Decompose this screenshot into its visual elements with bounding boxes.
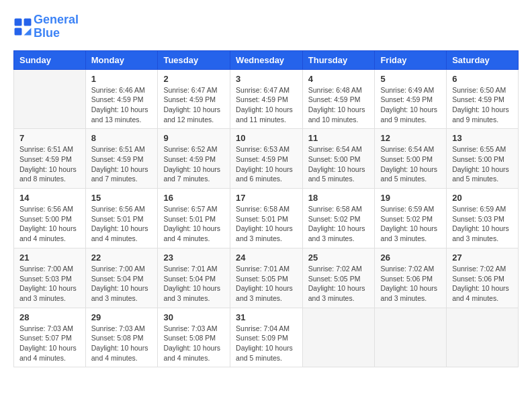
sunrise-label: Sunrise: 7:01 AM bbox=[163, 265, 217, 273]
daylight-label: Daylight: 10 hours and 9 minutes. bbox=[380, 105, 437, 124]
day-number: 16 bbox=[163, 193, 224, 203]
sunset-label: Sunset: 5:04 PM bbox=[91, 275, 144, 283]
daylight-label: Daylight: 10 hours and 4 minutes. bbox=[163, 344, 220, 362]
calendar-table: SundayMondayTuesdayWednesdayThursdayFrid… bbox=[13, 50, 519, 368]
day-info: Sunrise: 7:01 AM Sunset: 5:04 PM Dayligh… bbox=[163, 264, 224, 304]
sunrise-label: Sunrise: 6:54 AM bbox=[380, 145, 434, 153]
daylight-label: Daylight: 10 hours and 3 minutes. bbox=[308, 224, 365, 242]
daylight-label: Daylight: 10 hours and 6 minutes. bbox=[236, 165, 293, 183]
sunset-label: Sunset: 4:59 PM bbox=[163, 155, 216, 163]
sunset-label: Sunset: 4:59 PM bbox=[236, 155, 288, 163]
sunset-label: Sunset: 5:02 PM bbox=[308, 215, 361, 223]
calendar-week-row: 1 Sunrise: 6:46 AM Sunset: 4:59 PM Dayli… bbox=[14, 69, 519, 129]
day-number: 26 bbox=[380, 253, 441, 263]
sunset-label: Sunset: 5:01 PM bbox=[91, 215, 144, 223]
sunrise-label: Sunrise: 6:59 AM bbox=[452, 205, 506, 213]
day-info: Sunrise: 6:47 AM Sunset: 4:59 PM Dayligh… bbox=[236, 85, 297, 125]
daylight-label: Daylight: 10 hours and 11 minutes. bbox=[236, 105, 293, 124]
sunset-label: Sunset: 4:59 PM bbox=[163, 95, 216, 103]
day-info: Sunrise: 7:00 AM Sunset: 5:04 PM Dayligh… bbox=[91, 264, 152, 304]
calendar-cell: 5 Sunrise: 6:49 AM Sunset: 4:59 PM Dayli… bbox=[375, 69, 447, 129]
daylight-label: Daylight: 10 hours and 4 minutes. bbox=[91, 344, 148, 362]
calendar-cell: 13 Sunrise: 6:55 AM Sunset: 5:00 PM Dayl… bbox=[447, 129, 519, 189]
sunset-label: Sunset: 5:01 PM bbox=[163, 215, 216, 223]
day-info: Sunrise: 6:56 AM Sunset: 5:00 PM Dayligh… bbox=[19, 204, 80, 244]
daylight-label: Daylight: 10 hours and 10 minutes. bbox=[308, 105, 365, 124]
sunrise-label: Sunrise: 6:47 AM bbox=[163, 86, 217, 94]
sunrise-label: Sunrise: 6:53 AM bbox=[236, 145, 290, 153]
sunset-label: Sunset: 5:03 PM bbox=[19, 275, 72, 283]
day-number: 21 bbox=[19, 253, 80, 263]
day-info: Sunrise: 6:57 AM Sunset: 5:01 PM Dayligh… bbox=[163, 204, 224, 244]
calendar-week-row: 14 Sunrise: 6:56 AM Sunset: 5:00 PM Dayl… bbox=[14, 189, 519, 248]
calendar-cell: 11 Sunrise: 6:54 AM Sunset: 5:00 PM Dayl… bbox=[302, 129, 375, 189]
daylight-label: Daylight: 10 hours and 3 minutes. bbox=[19, 284, 77, 302]
day-number: 2 bbox=[163, 74, 224, 84]
day-number: 20 bbox=[452, 193, 513, 203]
sunset-label: Sunset: 5:02 PM bbox=[380, 215, 433, 223]
calendar-cell: 20 Sunrise: 6:59 AM Sunset: 5:03 PM Dayl… bbox=[447, 189, 519, 248]
sunset-label: Sunset: 5:05 PM bbox=[236, 275, 288, 283]
day-info: Sunrise: 7:03 AM Sunset: 5:08 PM Dayligh… bbox=[163, 324, 224, 363]
calendar-cell: 9 Sunrise: 6:52 AM Sunset: 4:59 PM Dayli… bbox=[158, 129, 230, 189]
sunset-label: Sunset: 5:05 PM bbox=[308, 275, 361, 283]
daylight-label: Daylight: 10 hours and 3 minutes. bbox=[380, 224, 437, 242]
calendar-cell: 16 Sunrise: 6:57 AM Sunset: 5:01 PM Dayl… bbox=[158, 189, 230, 248]
sunrise-label: Sunrise: 7:04 AM bbox=[236, 324, 290, 332]
daylight-label: Daylight: 10 hours and 13 minutes. bbox=[91, 105, 148, 124]
day-number: 9 bbox=[163, 133, 224, 143]
day-info: Sunrise: 6:49 AM Sunset: 4:59 PM Dayligh… bbox=[380, 85, 441, 125]
day-number: 27 bbox=[452, 253, 513, 263]
sunset-label: Sunset: 5:04 PM bbox=[163, 275, 216, 283]
day-info: Sunrise: 6:51 AM Sunset: 4:59 PM Dayligh… bbox=[19, 144, 80, 184]
day-number: 12 bbox=[380, 133, 441, 143]
logo: General Blue bbox=[13, 13, 79, 40]
day-number: 7 bbox=[19, 133, 80, 143]
calendar-cell: 28 Sunrise: 7:03 AM Sunset: 5:07 PM Dayl… bbox=[14, 308, 86, 367]
sunset-label: Sunset: 5:06 PM bbox=[452, 275, 504, 283]
sunrise-label: Sunrise: 6:51 AM bbox=[19, 145, 73, 153]
sunset-label: Sunset: 4:59 PM bbox=[19, 155, 72, 163]
calendar-cell: 21 Sunrise: 7:00 AM Sunset: 5:03 PM Dayl… bbox=[14, 248, 86, 308]
svg-rect-1 bbox=[24, 18, 32, 26]
sunrise-label: Sunrise: 6:58 AM bbox=[308, 205, 362, 213]
sunrise-label: Sunrise: 6:56 AM bbox=[91, 205, 145, 213]
weekday-header: Thursday bbox=[302, 50, 375, 69]
daylight-label: Daylight: 10 hours and 5 minutes. bbox=[380, 165, 437, 183]
calendar-cell: 30 Sunrise: 7:03 AM Sunset: 5:08 PM Dayl… bbox=[158, 308, 230, 367]
sunrise-label: Sunrise: 6:54 AM bbox=[308, 145, 362, 153]
day-number: 25 bbox=[308, 253, 369, 263]
logo-icon bbox=[13, 17, 32, 36]
daylight-label: Daylight: 10 hours and 9 minutes. bbox=[452, 105, 509, 124]
sunset-label: Sunset: 4:59 PM bbox=[452, 95, 504, 103]
calendar-cell: 12 Sunrise: 6:54 AM Sunset: 5:00 PM Dayl… bbox=[375, 129, 447, 189]
day-number: 8 bbox=[91, 133, 152, 143]
calendar-cell: 17 Sunrise: 6:58 AM Sunset: 5:01 PM Dayl… bbox=[230, 189, 303, 248]
weekday-header: Tuesday bbox=[158, 50, 230, 69]
daylight-label: Daylight: 10 hours and 4 minutes. bbox=[91, 224, 148, 242]
sunset-label: Sunset: 5:01 PM bbox=[236, 215, 288, 223]
weekday-header-row: SundayMondayTuesdayWednesdayThursdayFrid… bbox=[14, 50, 519, 69]
sunrise-label: Sunrise: 6:58 AM bbox=[236, 205, 290, 213]
sunrise-label: Sunrise: 7:02 AM bbox=[308, 265, 362, 273]
svg-rect-0 bbox=[15, 18, 22, 26]
day-number: 18 bbox=[308, 193, 369, 203]
day-info: Sunrise: 6:59 AM Sunset: 5:02 PM Dayligh… bbox=[380, 204, 441, 244]
day-info: Sunrise: 6:55 AM Sunset: 5:00 PM Dayligh… bbox=[452, 144, 513, 184]
sunrise-label: Sunrise: 6:49 AM bbox=[380, 86, 434, 94]
day-info: Sunrise: 7:03 AM Sunset: 5:07 PM Dayligh… bbox=[19, 324, 80, 363]
day-info: Sunrise: 6:59 AM Sunset: 5:03 PM Dayligh… bbox=[452, 204, 513, 244]
daylight-label: Daylight: 10 hours and 3 minutes. bbox=[308, 284, 365, 302]
day-number: 6 bbox=[452, 74, 513, 84]
calendar-cell: 6 Sunrise: 6:50 AM Sunset: 4:59 PM Dayli… bbox=[447, 69, 519, 129]
daylight-label: Daylight: 10 hours and 7 minutes. bbox=[163, 165, 220, 183]
day-info: Sunrise: 6:58 AM Sunset: 5:02 PM Dayligh… bbox=[308, 204, 369, 244]
day-info: Sunrise: 6:47 AM Sunset: 4:59 PM Dayligh… bbox=[163, 85, 224, 125]
day-number: 3 bbox=[236, 74, 297, 84]
sunset-label: Sunset: 5:06 PM bbox=[380, 275, 433, 283]
weekday-header: Friday bbox=[375, 50, 447, 69]
calendar-week-row: 7 Sunrise: 6:51 AM Sunset: 4:59 PM Dayli… bbox=[14, 129, 519, 189]
daylight-label: Daylight: 10 hours and 4 minutes. bbox=[163, 224, 220, 242]
sunrise-label: Sunrise: 6:57 AM bbox=[163, 205, 217, 213]
sunrise-label: Sunrise: 7:03 AM bbox=[19, 324, 73, 332]
